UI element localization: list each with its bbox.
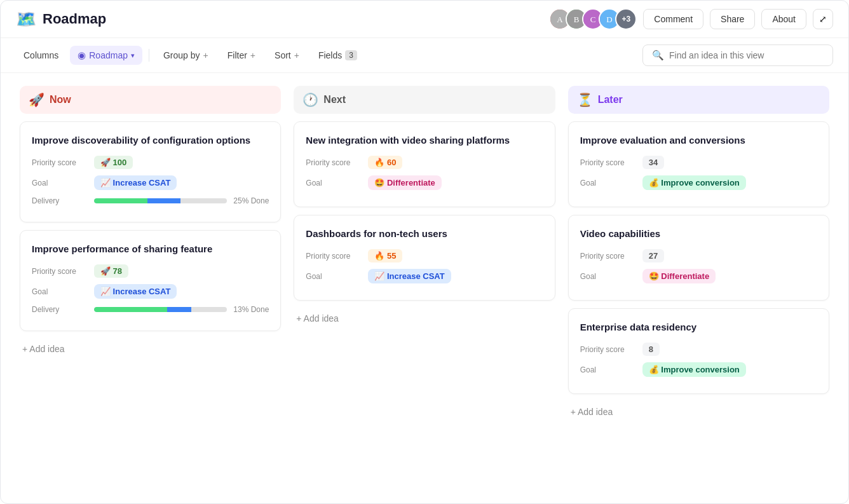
goal-badge: 💰 Improve conversion xyxy=(642,175,746,190)
progress-green xyxy=(94,307,167,312)
share-button[interactable]: Share xyxy=(710,9,755,29)
header-right: +3 Comment Share About ⤢ xyxy=(549,8,833,30)
priority-label: Priority score xyxy=(580,158,637,167)
columns-button[interactable]: Columns xyxy=(16,46,66,64)
score-badge: 🚀 100 xyxy=(94,156,133,169)
delivery-bar: 25% Done xyxy=(94,196,269,205)
priority-label: Priority score xyxy=(32,267,89,276)
comment-button[interactable]: Comment xyxy=(643,9,703,29)
card: Improve performance of sharing feature P… xyxy=(20,230,281,331)
column-emoji: 🚀 xyxy=(29,92,44,107)
about-button[interactable]: About xyxy=(761,9,806,29)
goal-field: Goal 💰 Improve conversion xyxy=(580,175,817,190)
goal-label: Goal xyxy=(580,179,637,187)
column-label: Later xyxy=(598,94,623,106)
column-header-now: 🚀Now xyxy=(20,86,281,114)
page-title: Roadmap xyxy=(43,11,106,27)
avatar-group: +3 xyxy=(549,8,637,30)
card: New integration with video sharing platf… xyxy=(294,121,555,207)
fields-button[interactable]: Fields 3 xyxy=(311,46,365,64)
column-next: 🕐NextNew integration with video sharing … xyxy=(287,86,561,482)
add-idea-later[interactable]: + Add idea xyxy=(568,402,829,422)
priority-field: Priority score 8 xyxy=(580,343,817,356)
columns-label: Columns xyxy=(24,50,58,60)
priority-label: Priority score xyxy=(306,252,363,261)
progress-blue xyxy=(167,307,191,312)
card-title: Improve discoverability of configuration… xyxy=(32,133,269,147)
column-now: 🚀NowImprove discoverability of configura… xyxy=(13,86,287,482)
priority-label: Priority score xyxy=(306,158,363,167)
card-title: Improve evaluation and conversions xyxy=(580,133,817,147)
goal-label: Goal xyxy=(580,365,637,374)
search-icon: 🔍 xyxy=(652,50,664,61)
logo-emoji: 🗺️ xyxy=(16,10,36,29)
filter-button[interactable]: Filter + xyxy=(220,46,263,64)
column-emoji: ⏳ xyxy=(577,92,593,107)
priority-field: Priority score 🚀 100 xyxy=(32,156,269,169)
sort-plus-icon: + xyxy=(294,50,299,60)
priority-label: Priority score xyxy=(580,345,637,354)
roadmap-button[interactable]: ◉ Roadmap ▾ xyxy=(70,46,142,65)
column-header-next: 🕐Next xyxy=(294,86,555,114)
score-badge: 🚀 78 xyxy=(94,264,128,278)
priority-label: Priority score xyxy=(580,252,637,261)
add-idea-next[interactable]: + Add idea xyxy=(294,308,555,329)
goal-field: Goal 💰 Improve conversion xyxy=(580,362,817,377)
score-badge: 27 xyxy=(642,249,664,262)
goal-label: Goal xyxy=(306,272,363,281)
goal-badge: 💰 Improve conversion xyxy=(642,362,746,377)
filter-plus-icon: + xyxy=(250,50,255,60)
card-title: Enterprise data residency xyxy=(580,320,817,334)
delivery-label: Delivery xyxy=(32,305,89,314)
column-emoji: 🕐 xyxy=(302,92,318,107)
priority-label: Priority score xyxy=(32,158,89,167)
delivery-field: Delivery 13% Done xyxy=(32,305,269,314)
card: Improve discoverability of configuration… xyxy=(20,121,281,222)
goal-label: Goal xyxy=(580,272,637,281)
plus-icon: + xyxy=(203,50,208,60)
score-badge: 8 xyxy=(642,343,660,356)
search-input[interactable] xyxy=(669,50,824,60)
goal-badge: 🤩 Differentiate xyxy=(368,175,441,190)
fields-count: 3 xyxy=(345,50,357,60)
progress-track xyxy=(94,307,227,312)
search-bar[interactable]: 🔍 xyxy=(642,44,833,66)
fields-label: Fields xyxy=(318,50,342,60)
priority-field: Priority score 34 xyxy=(580,156,817,169)
priority-field: Priority score 🚀 78 xyxy=(32,264,269,278)
priority-field: Priority score 27 xyxy=(580,249,817,262)
toolbar: Columns ◉ Roadmap ▾ Group by + Filter + … xyxy=(1,38,848,73)
goal-badge: 📈 Increase CSAT xyxy=(94,284,177,299)
goal-label: Goal xyxy=(32,287,89,296)
score-badge: 🔥 55 xyxy=(368,249,402,262)
sort-button[interactable]: Sort + xyxy=(267,46,307,64)
add-idea-now[interactable]: + Add idea xyxy=(20,339,281,359)
goal-label: Goal xyxy=(306,179,363,187)
progress-label: 13% Done xyxy=(233,305,269,314)
progress-blue xyxy=(147,198,180,203)
avatar-overflow: +3 xyxy=(615,8,637,30)
priority-field: Priority score 🔥 60 xyxy=(306,156,543,169)
column-later: ⏳LaterImprove evaluation and conversions… xyxy=(562,86,836,482)
card-title: New integration with video sharing platf… xyxy=(306,133,543,147)
card: Enterprise data residency Priority score… xyxy=(568,308,829,394)
goal-field: Goal 🤩 Differentiate xyxy=(580,269,817,283)
column-label: Next xyxy=(323,94,346,106)
group-by-button[interactable]: Group by + xyxy=(156,46,216,64)
goal-label: Goal xyxy=(32,179,89,187)
card: Dashboards for non-tech users Priority s… xyxy=(294,215,555,301)
filter-label: Filter xyxy=(228,50,247,60)
goal-field: Goal 📈 Increase CSAT xyxy=(32,175,269,190)
priority-field: Priority score 🔥 55 xyxy=(306,249,543,262)
score-badge: 🔥 60 xyxy=(368,156,402,169)
header-left: 🗺️ Roadmap xyxy=(16,10,106,29)
delivery-field: Delivery 25% Done xyxy=(32,196,269,205)
goal-badge: 📈 Increase CSAT xyxy=(368,269,451,283)
board: 🚀NowImprove discoverability of configura… xyxy=(1,73,848,494)
group-by-label: Group by xyxy=(163,50,200,60)
sort-label: Sort xyxy=(275,50,291,60)
expand-button[interactable]: ⤢ xyxy=(813,9,833,29)
roadmap-icon: ◉ xyxy=(78,50,86,61)
divider xyxy=(149,49,149,62)
goal-badge: 🤩 Differentiate xyxy=(642,269,716,283)
